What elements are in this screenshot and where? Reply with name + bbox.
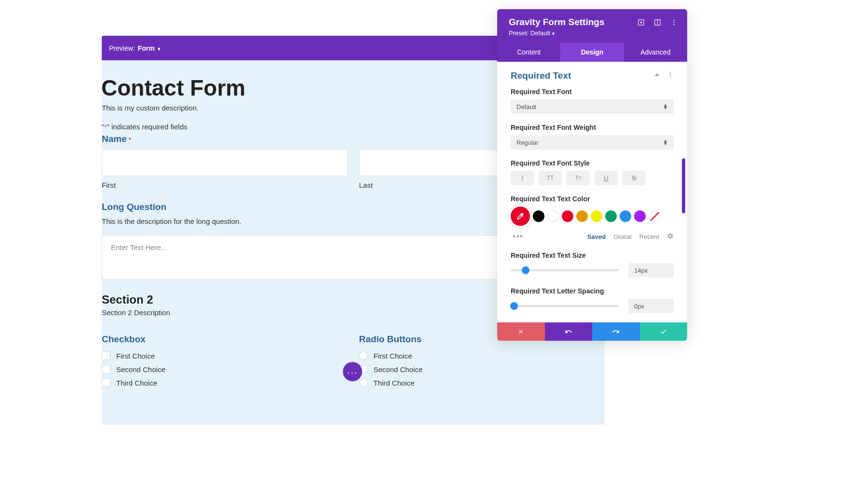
checkbox-item[interactable]: Third Choice bbox=[102, 378, 348, 387]
svg-point-6 bbox=[673, 24, 675, 25]
preset-dropdown[interactable]: Preset: Default▼ bbox=[509, 29, 678, 37]
layout-icon[interactable] bbox=[653, 18, 661, 26]
svg-point-8 bbox=[670, 74, 671, 75]
section-required-text-header[interactable]: Required Text bbox=[497, 62, 687, 88]
tab-advanced[interactable]: Advanced bbox=[624, 42, 687, 62]
color-swatch-yellow[interactable] bbox=[591, 210, 602, 222]
redo-icon bbox=[612, 328, 620, 335]
tab-design[interactable]: Design bbox=[560, 42, 624, 62]
color-swatch-blue[interactable] bbox=[620, 210, 631, 222]
panel-header: Gravity Form Settings Preset: Default▼ bbox=[497, 9, 687, 42]
more-colors-button[interactable]: ••• bbox=[511, 232, 525, 242]
svg-point-9 bbox=[670, 76, 671, 77]
radio-item[interactable]: Third Choice bbox=[359, 378, 605, 387]
panel-footer bbox=[497, 322, 687, 341]
color-tab-recent[interactable]: Recent bbox=[639, 233, 659, 240]
required-asterisk: * bbox=[129, 136, 131, 143]
checkbox-icon bbox=[102, 378, 110, 387]
cancel-button[interactable] bbox=[497, 322, 545, 341]
radio-item[interactable]: Second Choice bbox=[359, 365, 605, 374]
style-label: Required Text Font Style bbox=[511, 159, 674, 167]
checkbox-item[interactable]: Second Choice bbox=[102, 365, 348, 374]
color-tab-global[interactable]: Global bbox=[613, 233, 632, 240]
slider-thumb[interactable] bbox=[522, 266, 529, 274]
first-name-input[interactable] bbox=[102, 149, 348, 176]
color-picker-button[interactable] bbox=[511, 207, 530, 226]
caret-down-icon: ▼ bbox=[157, 46, 162, 52]
undo-icon bbox=[565, 328, 572, 335]
select-arrows-icon: ▲▼ bbox=[663, 139, 668, 145]
preview-form-dropdown[interactable]: Form▼ bbox=[138, 44, 162, 52]
preview-label: Preview: bbox=[109, 44, 135, 52]
slider-thumb[interactable] bbox=[510, 302, 518, 310]
close-icon bbox=[517, 328, 524, 335]
undo-button[interactable] bbox=[545, 322, 593, 341]
caret-down-icon: ▼ bbox=[551, 31, 556, 36]
color-swatch-orange[interactable] bbox=[576, 210, 588, 222]
spacing-label: Required Text Letter Spacing bbox=[511, 287, 674, 295]
weight-select[interactable]: Regular ▲▼ bbox=[511, 135, 674, 150]
radio-icon bbox=[359, 351, 368, 360]
first-name-sublabel: First bbox=[102, 181, 348, 189]
size-value-input[interactable]: 14px bbox=[628, 263, 674, 278]
chevron-up-icon bbox=[654, 72, 660, 80]
color-swatch-white[interactable] bbox=[547, 210, 559, 222]
panel-tabs: Content Design Advanced bbox=[497, 42, 687, 62]
svg-point-1 bbox=[640, 22, 642, 23]
color-swatch-none[interactable] bbox=[649, 210, 660, 222]
color-swatch-purple[interactable] bbox=[634, 210, 646, 222]
size-label: Required Text Text Size bbox=[511, 251, 674, 259]
svg-point-5 bbox=[673, 22, 675, 23]
check-icon bbox=[660, 328, 667, 335]
gear-icon[interactable] bbox=[667, 233, 674, 241]
settings-panel: Gravity Form Settings Preset: Default▼ C… bbox=[497, 9, 687, 341]
checkbox-group-label: Checkbox bbox=[102, 334, 348, 345]
color-swatch-black[interactable] bbox=[533, 210, 544, 222]
smallcaps-button[interactable]: TT bbox=[567, 171, 590, 185]
color-tab-saved[interactable]: Saved bbox=[587, 233, 606, 240]
checkbox-icon bbox=[102, 351, 110, 360]
focus-icon[interactable] bbox=[637, 18, 645, 26]
checkbox-icon bbox=[102, 365, 110, 374]
eyedropper-icon bbox=[516, 212, 525, 221]
panel-body: Required Text Required Text Font Default… bbox=[497, 62, 687, 322]
radio-icon bbox=[359, 378, 368, 387]
save-button[interactable] bbox=[640, 322, 688, 341]
color-swatch-green[interactable] bbox=[605, 210, 617, 222]
svg-point-7 bbox=[670, 72, 671, 73]
dots-icon: ... bbox=[347, 365, 358, 376]
font-select[interactable]: Default ▲▼ bbox=[511, 99, 674, 114]
redo-button[interactable] bbox=[592, 322, 640, 341]
fab-more-button[interactable]: ... bbox=[343, 362, 362, 381]
color-label: Required Text Text Color bbox=[511, 195, 674, 203]
italic-button[interactable]: I bbox=[511, 171, 534, 185]
svg-point-4 bbox=[673, 19, 675, 21]
more-vert-icon[interactable] bbox=[670, 18, 678, 26]
underline-button[interactable]: U bbox=[595, 171, 618, 185]
spacing-slider[interactable] bbox=[511, 305, 619, 307]
checkbox-item[interactable]: First Choice bbox=[102, 351, 348, 360]
color-swatch-red[interactable] bbox=[562, 210, 573, 222]
strikethrough-button[interactable]: S bbox=[623, 171, 646, 185]
panel-title: Gravity Form Settings bbox=[509, 17, 605, 28]
spacing-value-input[interactable]: 0px bbox=[628, 299, 674, 313]
more-vert-icon[interactable] bbox=[667, 71, 674, 80]
font-label: Required Text Font bbox=[511, 88, 674, 96]
uppercase-button[interactable]: TT bbox=[539, 171, 562, 185]
select-arrows-icon: ▲▼ bbox=[663, 104, 668, 110]
weight-label: Required Text Font Weight bbox=[511, 124, 674, 131]
radio-item[interactable]: First Choice bbox=[359, 351, 605, 360]
scrollbar-thumb[interactable] bbox=[682, 158, 685, 213]
size-slider[interactable] bbox=[511, 269, 619, 271]
tab-content[interactable]: Content bbox=[497, 42, 560, 62]
